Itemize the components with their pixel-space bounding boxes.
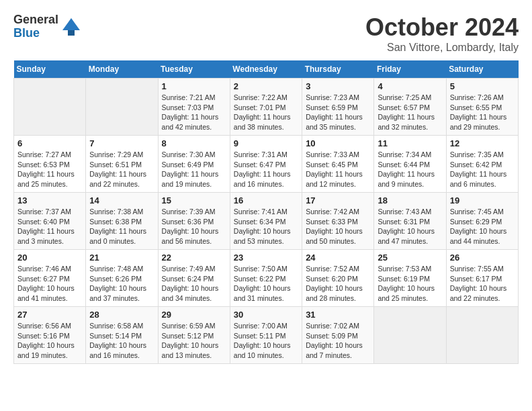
calendar-cell: 22Sunrise: 7:49 AMSunset: 6:24 PMDayligh…: [158, 250, 230, 307]
calendar-cell: 27Sunrise: 6:56 AMSunset: 5:16 PMDayligh…: [14, 307, 86, 364]
day-number: 12: [450, 138, 515, 148]
week-row-4: 20Sunrise: 7:46 AMSunset: 6:27 PMDayligh…: [14, 250, 519, 307]
header-thursday: Thursday: [302, 60, 374, 79]
day-number: 18: [378, 195, 442, 205]
day-info: Sunrise: 7:02 AMSunset: 5:09 PMDaylight:…: [306, 321, 370, 361]
day-number: 27: [17, 310, 82, 320]
day-info: Sunrise: 7:43 AMSunset: 6:31 PMDaylight:…: [378, 207, 442, 246]
day-info: Sunrise: 6:58 AMSunset: 5:14 PMDaylight:…: [89, 321, 154, 361]
day-info: Sunrise: 7:26 AMSunset: 6:55 PMDaylight:…: [450, 93, 515, 132]
day-info: Sunrise: 7:31 AMSunset: 6:47 PMDaylight:…: [234, 150, 298, 189]
day-number: 29: [162, 310, 226, 320]
calendar-cell: 10Sunrise: 7:33 AMSunset: 6:45 PMDayligh…: [302, 136, 374, 193]
logo-blue: Blue: [13, 27, 58, 40]
day-number: 14: [89, 195, 154, 205]
day-number: 1: [162, 81, 226, 91]
calendar-cell: 18Sunrise: 7:43 AMSunset: 6:31 PMDayligh…: [374, 193, 446, 250]
week-row-1: 1Sunrise: 7:21 AMSunset: 7:03 PMDaylight…: [14, 79, 519, 136]
day-info: Sunrise: 7:33 AMSunset: 6:45 PMDaylight:…: [306, 150, 370, 189]
day-number: 23: [234, 253, 298, 263]
day-number: 6: [17, 138, 82, 148]
day-number: 19: [450, 195, 515, 205]
calendar-cell: [446, 307, 518, 364]
title-section: October 2024 San Vittore, Lombardy, Ital…: [365, 13, 519, 54]
calendar-cell: 30Sunrise: 7:00 AMSunset: 5:11 PMDayligh…: [230, 307, 302, 364]
day-number: 4: [378, 81, 442, 91]
week-row-3: 13Sunrise: 7:37 AMSunset: 6:40 PMDayligh…: [14, 193, 519, 250]
header-friday: Friday: [374, 60, 446, 79]
calendar-cell: 9Sunrise: 7:31 AMSunset: 6:47 PMDaylight…: [230, 136, 302, 193]
day-info: Sunrise: 7:30 AMSunset: 6:49 PMDaylight:…: [162, 150, 226, 189]
day-info: Sunrise: 7:55 AMSunset: 6:17 PMDaylight:…: [450, 264, 515, 304]
calendar-cell: 8Sunrise: 7:30 AMSunset: 6:49 PMDaylight…: [158, 136, 230, 193]
day-info: Sunrise: 7:41 AMSunset: 6:34 PMDaylight:…: [234, 207, 298, 246]
day-number: 26: [450, 253, 515, 263]
calendar-cell: 16Sunrise: 7:41 AMSunset: 6:34 PMDayligh…: [230, 193, 302, 250]
day-number: 17: [306, 195, 370, 205]
header-sunday: Sunday: [14, 60, 86, 79]
calendar-cell: 20Sunrise: 7:46 AMSunset: 6:27 PMDayligh…: [14, 250, 86, 307]
svg-marker-0: [62, 18, 80, 30]
day-info: Sunrise: 7:38 AMSunset: 6:38 PMDaylight:…: [89, 207, 154, 246]
calendar-cell: 1Sunrise: 7:21 AMSunset: 7:03 PMDaylight…: [158, 79, 230, 136]
day-number: 20: [17, 253, 82, 263]
day-number: 31: [306, 310, 370, 320]
week-row-5: 27Sunrise: 6:56 AMSunset: 5:16 PMDayligh…: [14, 307, 519, 364]
month-title: October 2024: [365, 13, 519, 42]
day-number: 25: [378, 253, 442, 263]
day-info: Sunrise: 7:35 AMSunset: 6:42 PMDaylight:…: [450, 150, 515, 189]
day-number: 24: [306, 253, 370, 263]
calendar-table: SundayMondayTuesdayWednesdayThursdayFrid…: [13, 60, 519, 364]
calendar-cell: 7Sunrise: 7:29 AMSunset: 6:51 PMDaylight…: [86, 136, 158, 193]
day-number: 10: [306, 138, 370, 148]
header-wednesday: Wednesday: [230, 60, 302, 79]
day-info: Sunrise: 7:00 AMSunset: 5:11 PMDaylight:…: [234, 321, 298, 361]
calendar-cell: 31Sunrise: 7:02 AMSunset: 5:09 PMDayligh…: [302, 307, 374, 364]
day-info: Sunrise: 7:27 AMSunset: 6:53 PMDaylight:…: [17, 150, 82, 189]
header-tuesday: Tuesday: [158, 60, 230, 79]
day-number: 5: [450, 81, 515, 91]
calendar-cell: 26Sunrise: 7:55 AMSunset: 6:17 PMDayligh…: [446, 250, 518, 307]
day-info: Sunrise: 7:45 AMSunset: 6:29 PMDaylight:…: [450, 207, 515, 246]
day-number: 11: [378, 138, 442, 148]
header-saturday: Saturday: [446, 60, 518, 79]
logo-icon: [61, 17, 81, 37]
day-info: Sunrise: 7:42 AMSunset: 6:33 PMDaylight:…: [306, 207, 370, 246]
calendar-cell: 25Sunrise: 7:53 AMSunset: 6:19 PMDayligh…: [374, 250, 446, 307]
day-info: Sunrise: 6:56 AMSunset: 5:16 PMDaylight:…: [17, 321, 82, 361]
day-info: Sunrise: 7:21 AMSunset: 7:03 PMDaylight:…: [162, 93, 226, 132]
day-info: Sunrise: 7:53 AMSunset: 6:19 PMDaylight:…: [378, 264, 442, 304]
week-row-2: 6Sunrise: 7:27 AMSunset: 6:53 PMDaylight…: [14, 136, 519, 193]
calendar-cell: 11Sunrise: 7:34 AMSunset: 6:44 PMDayligh…: [374, 136, 446, 193]
header-row: SundayMondayTuesdayWednesdayThursdayFrid…: [14, 60, 519, 79]
day-number: 3: [306, 81, 370, 91]
day-number: 28: [89, 310, 154, 320]
logo: General Blue: [13, 13, 81, 40]
calendar-cell: 24Sunrise: 7:52 AMSunset: 6:20 PMDayligh…: [302, 250, 374, 307]
calendar-cell: 29Sunrise: 6:59 AMSunset: 5:12 PMDayligh…: [158, 307, 230, 364]
day-info: Sunrise: 7:22 AMSunset: 7:01 PMDaylight:…: [234, 93, 298, 132]
day-number: 2: [234, 81, 298, 91]
calendar-cell: 23Sunrise: 7:50 AMSunset: 6:22 PMDayligh…: [230, 250, 302, 307]
calendar-cell: 5Sunrise: 7:26 AMSunset: 6:55 PMDaylight…: [446, 79, 518, 136]
day-number: 16: [234, 195, 298, 205]
day-number: 9: [234, 138, 298, 148]
day-info: Sunrise: 7:39 AMSunset: 6:36 PMDaylight:…: [162, 207, 226, 246]
page-header: General Blue October 2024 San Vittore, L…: [13, 13, 519, 54]
calendar-cell: [374, 307, 446, 364]
calendar-cell: [86, 79, 158, 136]
day-number: 7: [89, 138, 154, 148]
calendar-cell: 4Sunrise: 7:25 AMSunset: 6:57 PMDaylight…: [374, 79, 446, 136]
day-info: Sunrise: 7:34 AMSunset: 6:44 PMDaylight:…: [378, 150, 442, 189]
day-info: Sunrise: 7:49 AMSunset: 6:24 PMDaylight:…: [162, 264, 226, 304]
day-number: 22: [162, 253, 226, 263]
day-info: Sunrise: 7:50 AMSunset: 6:22 PMDaylight:…: [234, 264, 298, 304]
day-info: Sunrise: 7:46 AMSunset: 6:27 PMDaylight:…: [17, 264, 82, 304]
location: San Vittore, Lombardy, Italy: [365, 42, 519, 54]
day-info: Sunrise: 7:29 AMSunset: 6:51 PMDaylight:…: [89, 150, 154, 189]
calendar-cell: 6Sunrise: 7:27 AMSunset: 6:53 PMDaylight…: [14, 136, 86, 193]
day-info: Sunrise: 7:52 AMSunset: 6:20 PMDaylight:…: [306, 264, 370, 304]
calendar-cell: 21Sunrise: 7:48 AMSunset: 6:26 PMDayligh…: [86, 250, 158, 307]
svg-rect-1: [68, 30, 75, 36]
calendar-cell: 13Sunrise: 7:37 AMSunset: 6:40 PMDayligh…: [14, 193, 86, 250]
